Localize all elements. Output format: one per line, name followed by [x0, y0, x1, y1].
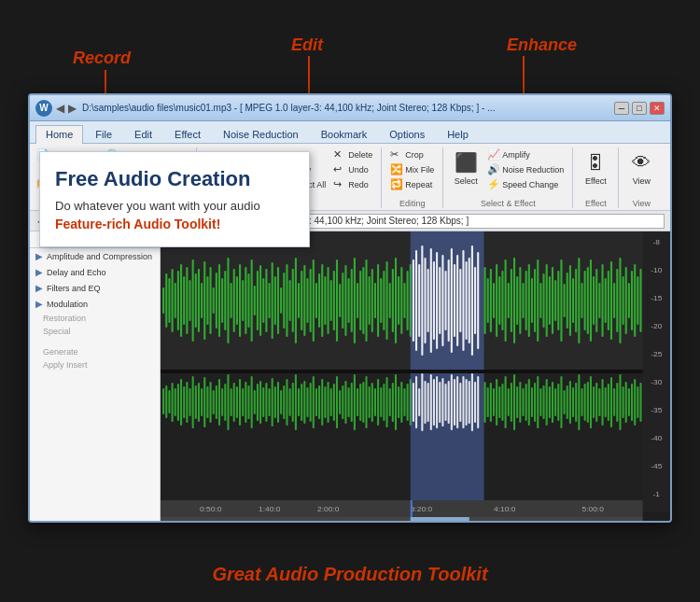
sidebar-item-apply-insert[interactable]: Apply Insert — [30, 358, 160, 371]
edit-label: Edit — [291, 35, 323, 55]
mix-file-button[interactable]: 🔀 Mix File — [387, 162, 437, 176]
sidebar-item-filters[interactable]: ▶ Filters and EQ — [30, 280, 160, 296]
waveform-area: -8 -10 -15 -20 -25 -30 -35 -40 -45 -1 0:… — [161, 231, 670, 521]
crop-button[interactable]: ✂ Crop — [387, 147, 437, 161]
svg-rect-324 — [625, 382, 627, 423]
svg-rect-181 — [203, 377, 205, 427]
speed-change-button[interactable]: ⚡ Speed Change — [484, 177, 567, 191]
svg-rect-34 — [251, 259, 253, 342]
tab-bookmark[interactable]: Bookmark — [311, 125, 378, 143]
sidebar-item-modulation[interactable]: ▶ Modulation — [30, 296, 160, 312]
nav-forward-btn[interactable]: ▶ — [68, 102, 77, 115]
view-icon: 👁 — [628, 149, 654, 175]
maximize-button[interactable]: □ — [632, 102, 647, 115]
svg-rect-118 — [498, 276, 500, 325]
svg-rect-287 — [516, 386, 518, 418]
svg-rect-301 — [557, 384, 559, 421]
svg-rect-230 — [348, 387, 350, 417]
svg-rect-132 — [539, 283, 541, 318]
svg-text:3:20:0: 3:20:0 — [411, 505, 433, 513]
svg-text:-10: -10 — [651, 266, 663, 274]
svg-rect-304 — [567, 385, 568, 419]
svg-rect-320 — [613, 388, 615, 416]
svg-rect-141 — [567, 273, 568, 329]
svg-rect-270 — [462, 376, 464, 428]
tab-edit[interactable]: Edit — [124, 125, 162, 143]
redo-button[interactable]: ↪ Redo — [330, 177, 375, 191]
svg-rect-30 — [239, 264, 241, 337]
delete-icon: ✕ — [333, 148, 346, 161]
svg-rect-281 — [498, 386, 500, 418]
svg-rect-193 — [239, 379, 241, 426]
repeat-button[interactable]: 🔁 Repeat — [387, 177, 437, 191]
svg-rect-259 — [430, 374, 432, 430]
svg-rect-71 — [359, 271, 361, 330]
svg-rect-148 — [587, 267, 589, 334]
svg-rect-242 — [383, 384, 385, 421]
svg-rect-16 — [198, 269, 200, 332]
svg-rect-48 — [292, 269, 294, 332]
svg-rect-101 — [445, 271, 447, 330]
minimize-button[interactable]: ─ — [614, 102, 629, 115]
sidebar-item-restoration[interactable]: Restoration — [30, 312, 160, 325]
view-button[interactable]: 👁 View — [624, 147, 658, 188]
sidebar-item-delay[interactable]: ▶ Delay and Echo — [30, 264, 160, 280]
sidebar-item-amplitude[interactable]: ▶ Amplitude and Compression — [30, 248, 160, 264]
noise-reduction-button[interactable]: 🔊 Noise Reduction — [484, 162, 567, 176]
sidebar-item-special[interactable]: Special — [30, 325, 160, 338]
svg-rect-210 — [289, 388, 291, 416]
svg-rect-322 — [619, 374, 621, 430]
noise-reduction-icon: 🔊 — [487, 163, 500, 175]
svg-rect-152 — [598, 283, 600, 318]
tab-home[interactable]: Home — [35, 125, 83, 144]
effect-button[interactable]: 🎛 Effect — [579, 147, 612, 188]
svg-rect-276 — [484, 382, 486, 423]
svg-rect-213 — [298, 388, 300, 416]
select-effect-buttons: ⬛ Select 📈 Amplify 🔊 Noise Reduction — [449, 147, 567, 197]
svg-rect-176 — [189, 388, 190, 416]
svg-rect-154 — [605, 278, 607, 323]
select-button[interactable]: ⬛ Select — [449, 147, 483, 188]
svg-rect-56 — [315, 283, 317, 318]
delete-button[interactable]: ✕ Delete — [330, 147, 375, 161]
tab-options[interactable]: Options — [379, 125, 435, 143]
svg-rect-94 — [424, 258, 426, 343]
amplify-button[interactable]: 📈 Amplify — [484, 147, 567, 161]
svg-rect-20 — [210, 267, 212, 334]
svg-rect-189 — [227, 374, 229, 430]
effect-small: 📈 Amplify 🔊 Noise Reduction ⚡ Speed Chan… — [484, 147, 567, 191]
svg-rect-235 — [362, 382, 364, 423]
svg-rect-224 — [330, 388, 332, 416]
svg-rect-23 — [218, 264, 220, 337]
svg-rect-240 — [377, 379, 379, 426]
svg-rect-209 — [286, 379, 287, 426]
nav-back-btn[interactable]: ◀ — [56, 102, 64, 115]
sidebar-item-generate[interactable]: Generate — [30, 345, 160, 358]
svg-rect-134 — [546, 264, 548, 337]
svg-rect-91 — [415, 250, 417, 351]
svg-rect-272 — [469, 381, 470, 424]
svg-rect-164 — [634, 264, 636, 337]
svg-rect-131 — [537, 259, 539, 342]
svg-rect-216 — [306, 387, 308, 417]
tab-file[interactable]: File — [85, 125, 122, 143]
svg-rect-202 — [265, 383, 267, 422]
svg-rect-221 — [321, 379, 323, 426]
svg-rect-24 — [221, 278, 223, 323]
tab-help[interactable]: Help — [437, 125, 479, 143]
close-button[interactable]: ✕ — [650, 102, 665, 115]
svg-rect-205 — [274, 386, 276, 418]
svg-rect-76 — [374, 283, 376, 318]
svg-rect-290 — [525, 384, 527, 421]
svg-rect-104 — [454, 264, 455, 337]
svg-rect-321 — [616, 383, 618, 422]
svg-rect-4 — [162, 287, 164, 314]
tab-effect[interactable]: Effect — [164, 125, 211, 143]
tab-noise-reduction[interactable]: Noise Reduction — [213, 125, 309, 143]
undo-button[interactable]: ↩ Undo — [330, 162, 375, 176]
svg-rect-295 — [539, 388, 541, 416]
svg-text:-1: -1 — [653, 490, 661, 498]
svg-rect-28 — [233, 269, 235, 332]
svg-rect-228 — [342, 385, 343, 419]
svg-rect-318 — [608, 384, 609, 421]
